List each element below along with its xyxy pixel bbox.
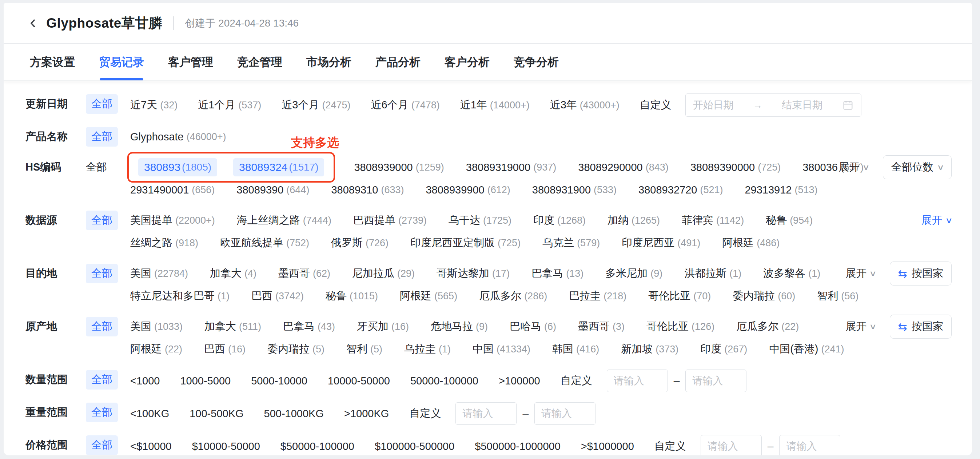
filter-option[interactable]: 委内瑞拉(60) — [733, 289, 795, 303]
expand-toggle[interactable]: 展开∨ — [845, 319, 876, 334]
filter-option[interactable]: 菲律宾(1142) — [682, 213, 744, 228]
range-min-input[interactable] — [455, 402, 517, 425]
filter-option[interactable]: 近1年(14000+) — [460, 98, 530, 113]
filter-option[interactable]: 乌干达(1725) — [449, 213, 511, 228]
filter-option[interactable]: 美国(22784) — [130, 266, 188, 281]
tab-trade-records[interactable]: 贸易记录 — [99, 44, 144, 80]
range-max-input[interactable] — [779, 435, 840, 455]
range-max-input[interactable] — [685, 370, 746, 392]
filter-option[interactable]: 委内瑞拉(5) — [267, 342, 325, 356]
filter-option[interactable]: 38089390(644) — [237, 184, 309, 196]
filter-option[interactable]: 2931490001(656) — [130, 184, 215, 196]
filter-option[interactable]: 100-500KG — [189, 408, 243, 420]
range-min-input[interactable] — [607, 370, 668, 392]
filter-option[interactable]: 1000-5000 — [180, 375, 231, 387]
filter-option[interactable]: 近6个月(7478) — [371, 98, 440, 113]
all-chip[interactable]: 全部 — [86, 127, 118, 146]
filter-option[interactable]: 38089290000(843) — [578, 162, 668, 173]
filter-option[interactable]: 波多黎各(1) — [763, 266, 820, 281]
tab-customer-analysis[interactable]: 客户分析 — [444, 44, 490, 80]
filter-option[interactable]: >$1000000 — [581, 440, 634, 453]
filter-option[interactable]: 阿根廷(22) — [130, 342, 182, 356]
filter-option[interactable]: 巴西(3742) — [251, 289, 304, 303]
filter-option[interactable]: 阿根廷(565) — [400, 289, 457, 303]
filter-option[interactable]: 阿根廷(486) — [722, 236, 780, 250]
filter-option[interactable]: 380893(1805) — [138, 158, 217, 176]
filter-option[interactable]: 加拿大(511) — [204, 319, 261, 334]
filter-option[interactable]: 38089324(1517) — [233, 158, 324, 176]
expand-toggle[interactable]: 展开∨ — [845, 266, 876, 281]
filter-option[interactable]: 美国提单(22000+) — [130, 213, 215, 228]
all-chip[interactable]: 全部 — [86, 160, 107, 175]
digits-select[interactable]: 全部位数∨ — [883, 155, 951, 179]
filter-option[interactable]: 哥伦比亚(70) — [648, 289, 711, 303]
filter-option[interactable]: 中国(41334) — [473, 342, 530, 356]
filter-option[interactable]: 丝绸之路(918) — [130, 236, 198, 250]
filter-option[interactable]: 新加坡(373) — [621, 342, 678, 356]
filter-option[interactable]: 秘鲁(1015) — [326, 289, 378, 303]
filter-option[interactable]: 近7天(32) — [130, 98, 178, 113]
tab-customer-management[interactable]: 客户管理 — [168, 44, 213, 80]
tab-competition-analysis[interactable]: 竞争分析 — [514, 44, 559, 80]
filter-option[interactable]: 巴拿马(13) — [531, 266, 584, 281]
filter-option[interactable]: 29313912(513) — [745, 184, 818, 196]
filter-option[interactable]: 多米尼加(9) — [605, 266, 662, 281]
filter-option[interactable]: 巴拿马(43) — [283, 319, 335, 334]
filter-option[interactable]: <$10000 — [130, 440, 172, 453]
filter-option[interactable]: 海上丝绸之路(7444) — [237, 213, 331, 228]
filter-option[interactable]: Glyphosate(46000+) — [130, 131, 226, 143]
filter-option[interactable]: <100KG — [130, 408, 169, 420]
filter-option[interactable]: 5000-10000 — [251, 375, 307, 387]
filter-option[interactable]: 墨西哥(3) — [578, 319, 625, 334]
filter-option[interactable]: 哥伦比亚(126) — [646, 319, 714, 334]
group-by-country-button[interactable]: ⇆按国家 — [890, 314, 951, 338]
filter-option[interactable]: $100000-500000 — [375, 440, 454, 453]
date-range-input[interactable]: 开始日期→结束日期 — [685, 94, 861, 117]
tab-product-analysis[interactable]: 产品分析 — [375, 44, 420, 80]
filter-option[interactable]: 自定义 — [654, 439, 686, 454]
all-chip[interactable]: 全部 — [86, 94, 118, 114]
filter-option[interactable]: 38089319000(937) — [466, 162, 556, 173]
all-chip[interactable]: 全部 — [86, 211, 118, 230]
filter-option[interactable]: 印度尼西亚(491) — [622, 236, 700, 250]
filter-option[interactable]: >100000 — [499, 375, 540, 387]
filter-option[interactable]: $50000-100000 — [280, 440, 354, 453]
filter-option[interactable]: 加纳(1265) — [608, 213, 660, 228]
filter-option[interactable]: 3808939900(612) — [426, 184, 510, 196]
filter-option[interactable]: 俄罗斯(726) — [331, 236, 388, 250]
filter-option[interactable]: 自定义 — [561, 373, 592, 388]
filter-option[interactable]: 印度(267) — [700, 342, 747, 356]
tab-competitor-management[interactable]: 竞企管理 — [237, 44, 282, 80]
filter-option[interactable]: 秘鲁(954) — [766, 213, 813, 228]
expand-toggle[interactable]: 展开∨ — [921, 213, 951, 228]
filter-option[interactable]: 智利(56) — [817, 289, 859, 303]
filter-option[interactable]: 墨西哥(62) — [278, 266, 330, 281]
filter-option[interactable]: 特立尼达和多巴哥(1) — [130, 289, 229, 303]
filter-option[interactable]: 美国(1033) — [130, 319, 183, 334]
filter-option[interactable]: 印度(1268) — [533, 213, 585, 228]
filter-option[interactable]: 印度尼西亚定制版(725) — [410, 236, 520, 250]
filter-option[interactable]: 3808931900(533) — [532, 184, 617, 196]
filter-option[interactable]: 3808932720(521) — [638, 184, 723, 196]
filter-option[interactable]: 厄瓜多尔(22) — [736, 319, 799, 334]
all-chip[interactable]: 全部 — [86, 264, 118, 283]
filter-option[interactable]: 近1个月(537) — [198, 98, 261, 113]
filter-option[interactable]: 自定义 — [409, 406, 441, 421]
filter-option[interactable]: 乌拉圭(1) — [404, 342, 451, 356]
range-min-input[interactable] — [701, 435, 762, 455]
filter-option[interactable]: 智利(5) — [346, 342, 382, 356]
filter-option[interactable]: $500000-1000000 — [475, 440, 560, 453]
filter-option[interactable]: 巴西(16) — [204, 342, 245, 356]
filter-option[interactable]: 加拿大(4) — [210, 266, 256, 281]
filter-option[interactable]: 厄瓜多尔(286) — [479, 289, 547, 303]
filter-option[interactable]: $10000-50000 — [192, 440, 260, 453]
all-chip[interactable]: 全部 — [86, 370, 118, 389]
filter-option[interactable]: 中国(香港)(241) — [769, 342, 844, 356]
group-by-country-button[interactable]: ⇆按国家 — [890, 262, 951, 286]
filter-option[interactable]: 哥斯达黎加(17) — [436, 266, 510, 281]
filter-option[interactable]: 50000-100000 — [410, 375, 478, 387]
filter-option[interactable]: 38089310(633) — [331, 184, 404, 196]
range-max-input[interactable] — [535, 402, 595, 425]
filter-option[interactable]: 500-1000KG — [264, 408, 324, 420]
filter-option[interactable]: 10000-50000 — [328, 375, 390, 387]
